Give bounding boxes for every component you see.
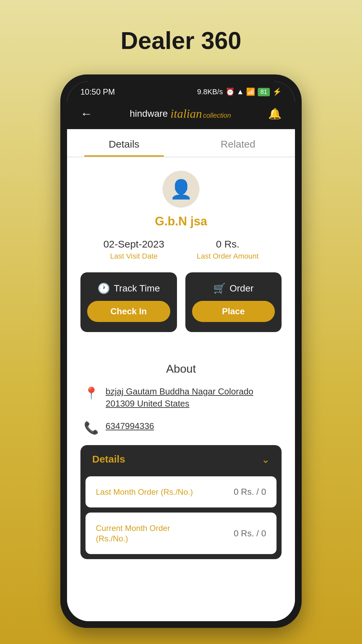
- notification-icon[interactable]: 🔔: [268, 107, 282, 120]
- last-order-item: 0 Rs. Last Order Amount: [197, 238, 259, 261]
- clock-icon: 🕐: [98, 282, 110, 294]
- last-month-value: 0 Rs. / 0: [234, 487, 266, 497]
- status-time: 10:50 PM: [80, 87, 115, 97]
- last-order-amount: 0 Rs.: [197, 238, 259, 250]
- status-speed: 9.8KB/s: [197, 88, 223, 96]
- last-month-order-card: Last Month Order (Rs./No.) 0 Rs. / 0: [85, 476, 277, 507]
- phone-text[interactable]: 6347994336: [106, 420, 154, 432]
- logo-hindware: hindware: [130, 108, 168, 119]
- battery-indicator: 81: [258, 88, 270, 96]
- track-time-label: Track Time: [114, 283, 160, 294]
- logo-italian: italian: [171, 107, 202, 121]
- phone-row: 📞 6347994336: [80, 420, 282, 435]
- page-title: Dealer 360: [121, 27, 241, 54]
- location-icon: 📍: [84, 386, 99, 400]
- details-section: Details ⌄ Last Month Order (Rs./No.) 0 R…: [80, 445, 282, 559]
- about-title: About: [80, 362, 282, 375]
- back-button[interactable]: ←: [80, 107, 93, 121]
- details-section-title: Details: [92, 453, 125, 465]
- phone-icon: 📞: [84, 421, 99, 435]
- order-card: 🛒 Order Place: [185, 272, 282, 332]
- last-month-label: Last Month Order (Rs./No.): [96, 487, 193, 497]
- last-visit-item: 02-Sept-2023 Last Visit Date: [103, 238, 164, 261]
- logo-container: hindware italian collection: [130, 107, 231, 121]
- status-icons: ⏰ ▲ 📶: [226, 88, 255, 96]
- about-section: About 📍 bzjaj Gautam Buddha Nagar Colora…: [80, 362, 282, 435]
- profile-section: 👤 G.b.N jsa 02-Sept-2023 Last Visit Date…: [80, 171, 282, 349]
- current-month-label: Current Month Order (Rs./No.): [96, 523, 196, 544]
- order-label: Order: [230, 283, 254, 294]
- cart-icon: 🛒: [213, 282, 226, 294]
- track-time-top: 🕐 Track Time: [98, 282, 160, 294]
- check-in-button[interactable]: Check In: [87, 301, 170, 322]
- tab-related[interactable]: Related: [181, 129, 295, 157]
- tab-bar: Details Related: [67, 129, 295, 157]
- avatar-icon: 👤: [170, 178, 193, 200]
- last-visit-label: Last Visit Date: [103, 252, 164, 261]
- details-chevron-icon: ⌄: [261, 453, 270, 465]
- app-header: ← hindware italian collection 🔔: [67, 100, 295, 129]
- address-text[interactable]: bzjaj Gautam Buddha Nagar Colorado 20130…: [106, 385, 278, 410]
- phone-frame: 10:50 PM 9.8KB/s ⏰ ▲ 📶 81 ⚡ ← hindware i…: [60, 74, 302, 628]
- current-month-value: 0 Rs. / 0: [234, 528, 266, 539]
- visit-info-row: 02-Sept-2023 Last Visit Date 0 Rs. Last …: [80, 238, 282, 261]
- phone-screen: 10:50 PM 9.8KB/s ⏰ ▲ 📶 81 ⚡ ← hindware i…: [67, 81, 295, 621]
- last-order-label: Last Order Amount: [197, 252, 259, 261]
- address-row: 📍 bzjaj Gautam Buddha Nagar Colorado 201…: [80, 385, 282, 410]
- main-content: 👤 G.b.N jsa 02-Sept-2023 Last Visit Date…: [67, 157, 295, 621]
- order-top: 🛒 Order: [213, 282, 254, 294]
- action-buttons-row: 🕐 Track Time Check In 🛒 Order Place: [80, 272, 282, 332]
- current-month-order-card: Current Month Order (Rs./No.) 0 Rs. / 0: [85, 513, 277, 554]
- status-bar: 10:50 PM 9.8KB/s ⏰ ▲ 📶 81 ⚡: [67, 81, 295, 100]
- tab-details[interactable]: Details: [67, 129, 181, 157]
- place-order-button[interactable]: Place: [192, 301, 275, 322]
- status-right-area: 9.8KB/s ⏰ ▲ 📶 81 ⚡: [197, 88, 282, 96]
- last-visit-date: 02-Sept-2023: [103, 238, 164, 250]
- logo-collection: collection: [203, 112, 231, 119]
- details-header[interactable]: Details ⌄: [80, 445, 282, 474]
- profile-name: G.b.N jsa: [155, 214, 207, 228]
- avatar: 👤: [163, 171, 199, 208]
- track-time-card: 🕐 Track Time Check In: [80, 272, 177, 332]
- status-bolt: ⚡: [273, 88, 282, 96]
